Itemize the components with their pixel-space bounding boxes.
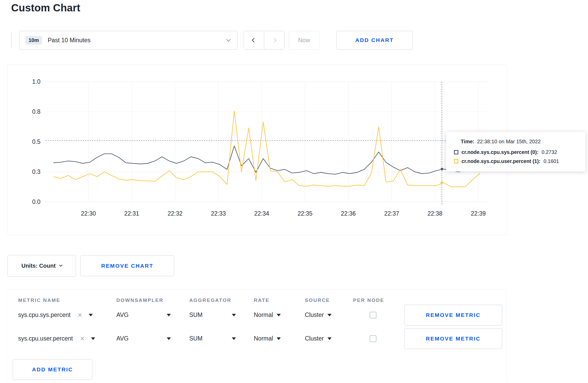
downsampler-select[interactable]: AVG xyxy=(116,311,171,318)
svg-text:22:30: 22:30 xyxy=(81,210,96,217)
aggregator-select[interactable]: SUM xyxy=(189,311,236,318)
rate-select[interactable]: Normal xyxy=(254,311,305,318)
tooltip-series-row: cr.node.sys.cpu.user.percent (1): 0.1601 xyxy=(454,158,578,164)
svg-text:22:32: 22:32 xyxy=(167,210,183,217)
chevron-left-icon xyxy=(252,38,256,42)
chevron-down-icon xyxy=(226,37,231,42)
column-header: PER NODE xyxy=(353,297,404,303)
chevron-down-icon xyxy=(91,337,95,340)
column-header: DOWNSAMPLER xyxy=(116,297,189,303)
svg-text:22:33: 22:33 xyxy=(211,210,226,217)
metrics-table-header: METRIC NAME DOWNSAMPLER AGGREGATOR RATE … xyxy=(8,297,506,303)
tooltip-time: Time:22:38:10 on Mar 15th, 2022 xyxy=(454,139,578,145)
chevron-down-icon xyxy=(277,337,281,340)
svg-text:0.8: 0.8 xyxy=(32,108,40,115)
remove-metric-button[interactable]: REMOVE METRIC xyxy=(404,305,502,325)
time-range-select[interactable]: 10m Past 10 Minutes xyxy=(19,31,237,49)
metric-name-value: sys.cpu.user.percent xyxy=(18,335,73,342)
per-node-cell xyxy=(353,312,404,318)
svg-text:22:35: 22:35 xyxy=(298,210,313,217)
metrics-table: METRIC NAME DOWNSAMPLER AGGREGATOR RATE … xyxy=(8,289,507,383)
svg-text:22:31: 22:31 xyxy=(124,210,139,217)
source-value: Cluster xyxy=(305,335,324,342)
metric-name-select[interactable]: sys.cpu.user.percent × xyxy=(18,335,116,342)
add-chart-label: ADD CHART xyxy=(355,37,394,43)
series-swatch-icon xyxy=(454,150,458,154)
svg-text:0.0: 0.0 xyxy=(32,198,40,205)
svg-text:22:37: 22:37 xyxy=(384,210,399,217)
svg-text:22:36: 22:36 xyxy=(341,210,356,217)
chevron-down-icon xyxy=(232,337,236,340)
now-button[interactable]: Now xyxy=(289,31,319,49)
svg-text:22:39: 22:39 xyxy=(471,210,486,217)
remove-metric-cell: REMOVE METRIC xyxy=(404,328,506,349)
metric-name-select[interactable]: sys.cpu.sys.percent × xyxy=(18,311,116,319)
tooltip-time-value: 22:38:10 on Mar 15th, 2022 xyxy=(477,139,541,144)
downsampler-value: AVG xyxy=(116,311,129,318)
chevron-down-icon xyxy=(89,314,93,316)
svg-text:22:38: 22:38 xyxy=(428,210,443,217)
per-node-checkbox[interactable] xyxy=(370,335,376,342)
remove-metric-cell: REMOVE METRIC xyxy=(404,305,506,325)
time-range-label: Past 10 Minutes xyxy=(48,37,227,44)
toolbar-divider xyxy=(11,32,12,48)
rate-select[interactable]: Normal xyxy=(254,335,305,342)
tooltip-series-row: cr.node.sys.cpu.sys.percent (0): 0.2732 xyxy=(454,149,578,155)
units-select[interactable]: Units: Count xyxy=(8,255,76,276)
tooltip-time-label: Time: xyxy=(461,139,474,144)
svg-text:0.3: 0.3 xyxy=(32,168,40,175)
remove-chart-button[interactable]: REMOVE CHART xyxy=(80,255,174,276)
per-node-checkbox[interactable] xyxy=(370,312,376,318)
tooltip-series-value: 0.2732 xyxy=(542,149,557,155)
column-header: RATE xyxy=(254,297,305,303)
metric-row: sys.cpu.user.percent × AVG SUM Normal Cl… xyxy=(8,327,506,350)
aggregator-select[interactable]: SUM xyxy=(189,335,236,342)
remove-chart-label: REMOVE CHART xyxy=(101,263,153,269)
time-step-buttons xyxy=(244,31,284,49)
chevron-down-icon xyxy=(167,314,171,316)
rate-value: Normal xyxy=(254,335,273,342)
chevron-down-icon xyxy=(277,314,281,316)
add-metric-label: ADD METRIC xyxy=(32,366,73,373)
remove-metric-label: REMOVE METRIC xyxy=(426,312,480,318)
units-label: Units: Count xyxy=(22,263,56,269)
now-button-label: Now xyxy=(298,37,310,44)
column-header: METRIC NAME xyxy=(18,297,116,303)
page-title: Custom Chart xyxy=(11,2,80,14)
chart-tooltip: Time:22:38:10 on Mar 15th, 2022 cr.node.… xyxy=(446,132,585,172)
add-metric-button[interactable]: ADD METRIC xyxy=(13,359,92,380)
add-chart-button[interactable]: ADD CHART xyxy=(336,31,413,49)
time-range-badge: 10m xyxy=(25,36,42,45)
remove-metric-button[interactable]: REMOVE METRIC xyxy=(404,328,502,349)
tooltip-series-value: 0.1601 xyxy=(544,158,559,164)
clear-metric-icon[interactable]: × xyxy=(80,335,84,342)
source-select[interactable]: Cluster xyxy=(305,311,353,318)
column-header: AGGREGATOR xyxy=(189,297,254,303)
chart-card: 0.00.30.50.81.022:3022:3122:3222:3322:34… xyxy=(8,65,507,235)
metric-name-value: sys.cpu.sys.percent xyxy=(18,311,71,318)
svg-text:1.0: 1.0 xyxy=(32,78,40,85)
downsampler-value: AVG xyxy=(116,335,129,342)
clear-metric-icon[interactable]: × xyxy=(78,311,82,319)
svg-text:22:34: 22:34 xyxy=(254,210,269,217)
svg-text:0.5: 0.5 xyxy=(32,138,40,145)
chevron-down-icon xyxy=(167,337,171,340)
prev-time-button[interactable] xyxy=(244,31,264,49)
chevron-down-icon xyxy=(327,337,332,340)
source-value: Cluster xyxy=(305,311,324,318)
chevron-right-icon xyxy=(272,38,276,42)
next-time-button[interactable] xyxy=(264,31,284,49)
chevron-down-icon xyxy=(59,263,63,267)
chevron-down-icon xyxy=(232,314,236,316)
chart-svg[interactable]: 0.00.30.50.81.022:3022:3122:3222:3322:34… xyxy=(8,65,507,236)
source-select[interactable]: Cluster xyxy=(305,335,353,342)
tooltip-series-label: cr.node.sys.cpu.sys.percent (0): xyxy=(461,149,538,155)
series-swatch-icon xyxy=(454,159,458,164)
remove-metric-label: REMOVE METRIC xyxy=(426,336,480,342)
rate-value: Normal xyxy=(254,311,273,318)
tooltip-series-label: cr.node.sys.cpu.user.percent (1): xyxy=(461,158,541,164)
chevron-down-icon xyxy=(327,314,332,316)
downsampler-select[interactable]: AVG xyxy=(116,335,171,342)
aggregator-value: SUM xyxy=(189,335,202,342)
column-header: SOURCE xyxy=(305,297,353,303)
